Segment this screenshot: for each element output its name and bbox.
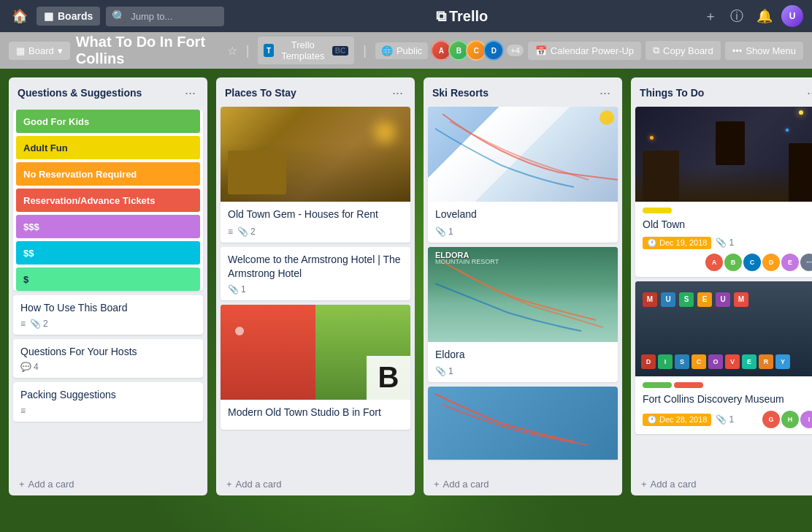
top-navigation: 🏠 ▦ Boards 🔍 ⧉ Trello ＋ ⓘ 🔔 U — [0, 0, 812, 32]
card-footer-armstrong: 📎 1 — [228, 284, 403, 294]
list-cards-ski: Loveland 📎 1 ELDORA MOUN — [424, 107, 622, 473]
card-title-old-town-gem: Old Town Gem - Houses for Rent — [228, 208, 403, 222]
card-title-museum: Fort Collins Discovery Museum — [643, 392, 812, 407]
card-image-loveland — [428, 107, 618, 202]
attachment-badge: 📎 2 — [30, 319, 48, 329]
add-card-button-things[interactable]: + Add a card — [635, 474, 812, 494]
card-ski-resort-3[interactable] — [428, 387, 618, 460]
card-body-old-town: Old Town 🕐 Dec 19, 2018 📎 1 A — [635, 202, 812, 277]
card-title-armstrong: Welcome to the Armstrong Hotel | The Arm… — [228, 253, 403, 281]
card-footer-how-to-use: ≡ 📎 2 — [20, 319, 196, 329]
divider: | — [246, 43, 250, 58]
card-footer-packing: ≡ — [20, 406, 196, 416]
calendar-label: Calendar Power-Up — [551, 45, 634, 56]
member-ot-4: D — [762, 254, 780, 271]
attach-icon-eldora: 📎 — [435, 366, 446, 376]
card-labels-old-town — [643, 208, 812, 213]
trello-templates-button[interactable]: T Trello Templates BC — [258, 37, 354, 64]
attach-count-armstrong: 1 — [241, 284, 246, 294]
public-button[interactable]: 🌐 Public — [375, 42, 428, 59]
list-places-to-stay: Places To Stay ··· Old Town Gem - Houses… — [216, 77, 415, 495]
add-button[interactable]: ＋ — [700, 4, 721, 28]
attach-icon-ot: 📎 — [716, 238, 727, 248]
card-old-town[interactable]: Old Town 🕐 Dec 19, 2018 📎 1 A — [635, 107, 812, 277]
board-title[interactable]: What To Do In Fort Collins — [76, 34, 221, 67]
card-discovery-museum[interactable]: M U S E U M D I S C O — [635, 281, 812, 435]
card-title-loveland: Loveland — [435, 208, 610, 222]
attach-icon-otg: 📎 — [237, 227, 248, 237]
copy-board-button[interactable]: ⧉ Copy Board — [646, 41, 721, 60]
home-button[interactable]: 🏠 — [9, 5, 31, 27]
card-image-ski-3 — [428, 387, 618, 460]
card-members-museum: G H I — [761, 411, 812, 428]
member-ot-2: B — [724, 254, 742, 271]
trello-icon: ⧉ — [436, 8, 446, 25]
card-eldora[interactable]: ELDORA MOUNTAIN RESORT Eldora 📎 — [428, 247, 618, 383]
card-loveland[interactable]: Loveland 📎 1 — [428, 107, 618, 243]
board-icon: ▦ — [16, 45, 25, 56]
attach-count-ot: 1 — [729, 238, 734, 248]
card-title-old-town: Old Town — [643, 218, 812, 232]
label-s: $ — [16, 267, 200, 291]
add-card-button-questions[interactable]: + Add a card — [13, 474, 203, 494]
list-menu-button-things[interactable]: ··· — [803, 85, 812, 101]
attachment-badge-otg: 📎 2 — [237, 227, 256, 237]
star-button[interactable]: ☆ — [227, 44, 237, 58]
lines-badge: ≡ — [20, 319, 26, 329]
menu-label: Show Menu — [746, 45, 796, 56]
trello-brand: Trello — [449, 8, 488, 25]
add-card-label: Add a card — [28, 479, 74, 490]
card-image-old-town — [635, 107, 812, 202]
boards-button[interactable]: ▦ Boards — [37, 7, 100, 26]
card-packing-suggestions[interactable]: Packing Suggestions ≡ — [13, 382, 203, 422]
plus-icon: + — [19, 479, 25, 490]
add-card-button-ski[interactable]: + Add a card — [428, 474, 618, 494]
board-header-right: A B C D +4 📅 Calendar Power-Up ⧉ Copy Bo… — [434, 40, 803, 61]
attach-museum: 📎 1 — [716, 414, 734, 425]
member-ot-1: A — [705, 254, 723, 271]
board-menu-button[interactable]: ▦ Board ▾ — [9, 42, 70, 60]
attach-icon-armstrong: 📎 — [228, 284, 239, 294]
label-adult-fun: Adult Fun — [16, 136, 200, 159]
info-button[interactable]: ⓘ — [726, 4, 748, 28]
attachment-icon: 📎 — [30, 319, 41, 329]
member-avatar-4[interactable]: D — [483, 40, 504, 61]
divider2: | — [363, 43, 367, 58]
card-footer-eldora: 📎 1 — [435, 366, 610, 376]
show-menu-button[interactable]: ••• Show Menu — [725, 42, 803, 60]
card-old-town-gem[interactable]: Old Town Gem - Houses for Rent ≡ 📎 2 — [221, 107, 410, 243]
card-labels-museum — [643, 382, 812, 388]
card-how-to-use[interactable]: How To Use This Board ≡ 📎 2 — [13, 295, 203, 335]
add-card-label-things: Add a card — [651, 479, 697, 490]
list-cards-things: Old Town 🕐 Dec 19, 2018 📎 1 A — [631, 107, 812, 473]
eldora-trail-svg — [428, 247, 618, 342]
user-avatar[interactable]: U — [781, 5, 803, 27]
label-no-reservation: No Reservation Required — [16, 162, 200, 186]
attach-badge-eldora: 📎 1 — [435, 366, 453, 376]
board-background: Questions & Suggestions ··· Good For Kid… — [0, 69, 812, 532]
list-menu-button-ski[interactable]: ··· — [595, 85, 615, 101]
clock-icon: 🕐 — [647, 238, 657, 248]
lines-badge-packing: ≡ — [20, 406, 26, 416]
notifications-button[interactable]: 🔔 — [752, 5, 777, 27]
list-header-places: Places To Stay ··· — [216, 77, 415, 107]
add-card-button-places[interactable]: + Add a card — [221, 474, 410, 494]
trello-logo-area: ⧉ Trello — [230, 8, 694, 25]
card-studio-b[interactable]: B Modern Old Town Studio B in Fort — [221, 305, 410, 430]
list-menu-button-questions[interactable]: ··· — [180, 85, 200, 101]
list-menu-button-places[interactable]: ··· — [388, 85, 407, 101]
list-header-questions: Questions & Suggestions ··· — [9, 77, 207, 107]
calendar-power-up-button[interactable]: 📅 Calendar Power-Up — [528, 42, 641, 60]
labels-card[interactable]: Good For Kids Adult Fun No Reservation R… — [13, 110, 203, 291]
lines-icon-packing: ≡ — [20, 406, 26, 416]
search-input[interactable] — [131, 11, 218, 22]
member-ot-3: C — [743, 254, 761, 271]
card-image-old-town-gem — [221, 107, 410, 202]
card-questions-for-hosts[interactable]: Questions For Your Hosts 💬 4 — [13, 339, 203, 379]
search-bar[interactable]: 🔍 — [106, 7, 224, 26]
card-armstrong-hotel[interactable]: Welcome to the Armstrong Hotel | The Arm… — [221, 247, 410, 300]
attach-count-loveland: 1 — [448, 227, 453, 237]
list-title-questions: Questions & Suggestions — [18, 87, 142, 99]
member-m-1: G — [762, 411, 780, 428]
member-count[interactable]: +4 — [507, 45, 524, 56]
